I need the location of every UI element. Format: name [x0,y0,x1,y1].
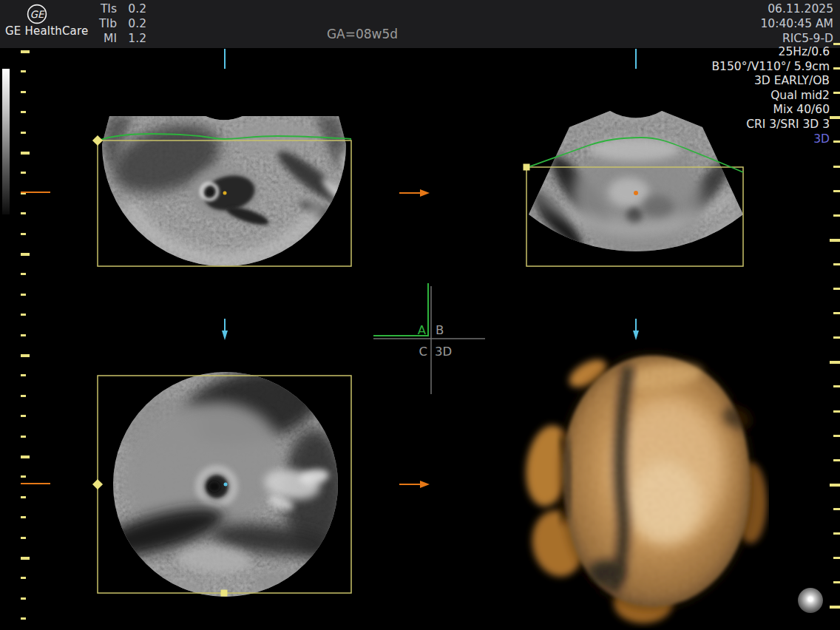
depth-tick [833,581,840,583]
depth-tick [21,455,30,458]
depth-tick [21,436,26,438]
quad-label-3d[interactable]: 3D [435,345,452,359]
depth-tick [21,233,26,235]
depth-tick [833,288,840,290]
quad-label-c[interactable]: C [419,345,427,359]
depth-tick [21,597,26,600]
center-dot-b [634,191,638,195]
depth-tick [21,415,26,417]
roi-handle-diamond-a[interactable] [92,135,103,146]
roi-handle-square-b[interactable] [524,164,530,171]
depth-tick [833,508,840,510]
right-arrow-ab-icon[interactable] [399,188,430,198]
depth-tick [830,239,840,242]
right-arrow-c3d-icon[interactable] [399,479,430,490]
depth-tick [21,253,30,256]
ultrasound-screen: GE GE HealthCare GA=08w5d TIs 0.2 TIb 0.… [0,0,840,630]
depth-tick [830,116,840,119]
quad-label-b[interactable]: B [436,323,444,337]
depth-tick [833,459,840,461]
panel-a-sagittal-image[interactable] [89,104,362,277]
depth-tick [833,43,840,45]
focus-marker-a[interactable] [21,192,50,193]
depth-tick [21,273,26,275]
depth-tick [833,166,840,168]
depth-tick [21,132,26,134]
center-dot-a [223,192,227,195]
depth-tick [21,70,26,72]
depth-tick [21,172,26,174]
depth-tick [830,606,840,609]
depth-tick [833,435,840,437]
roi-handle-diamond-c[interactable] [92,479,103,490]
depth-tick [833,557,840,559]
depth-tick [833,336,840,339]
panel-b-transverse-image[interactable] [510,104,754,277]
depth-tick [21,537,26,539]
depth-tick [830,484,840,487]
depth-tick [830,361,840,364]
depth-tick [21,475,26,478]
depth-tick [833,140,840,143]
depth-tick [21,577,26,579]
depth-tick [21,294,26,296]
depth-tick [833,263,840,265]
depth-tick [833,410,840,413]
panel-c-coronal-image[interactable] [92,366,355,606]
quad-layout-selector: A B C 3D [362,280,503,398]
depth-tick [833,532,840,535]
depth-tick [833,312,840,314]
down-arrow-b-icon[interactable] [631,319,640,341]
depth-tick [21,516,26,518]
center-dot-c [224,483,228,487]
depth-tick [21,212,26,214]
depth-tick [21,152,30,155]
depth-tick [833,214,840,217]
depth-tick [21,395,26,397]
plane-marker-b[interactable] [635,49,637,69]
depth-tick [833,67,840,70]
depth-tick [21,314,26,316]
quad-label-a[interactable]: A [418,323,427,337]
depth-tick [833,385,840,387]
depth-tick [21,50,30,53]
depth-tick [21,617,26,620]
depth-tick [21,496,26,498]
plane-marker-a[interactable] [224,49,226,69]
depth-tick [21,334,26,336]
depth-tick [21,91,26,93]
roi-handle-square-c[interactable] [221,590,228,597]
depth-tick [833,92,840,94]
depth-tick [21,354,30,357]
down-arrow-a-icon[interactable] [220,319,229,341]
panel-3d-render[interactable] [518,348,769,629]
trackball-orb-indicator[interactable] [798,588,823,613]
depth-tick [833,190,840,192]
depth-tick [21,111,26,113]
focus-marker-c[interactable] [21,483,50,484]
depth-tick [21,557,30,560]
depth-tick [21,374,26,376]
